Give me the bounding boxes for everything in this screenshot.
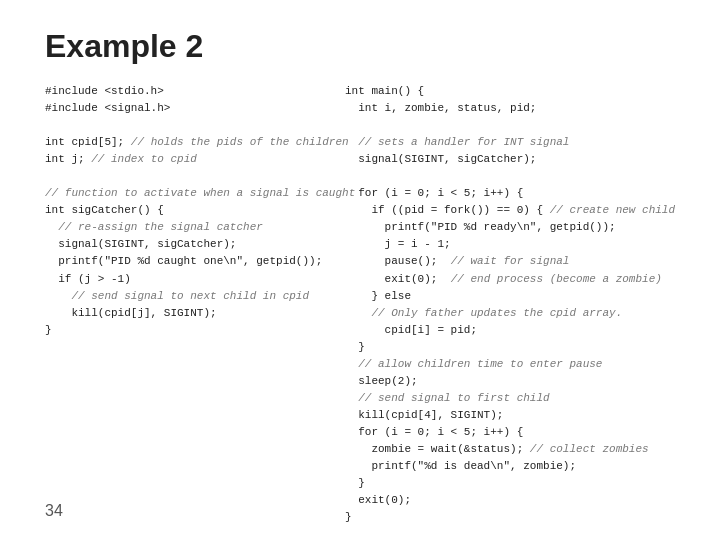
page-number: 34 bbox=[45, 502, 63, 520]
left-code-block: #include <stdio.h> #include <signal.h> i… bbox=[45, 83, 325, 339]
slide-title: Example 2 bbox=[0, 0, 720, 65]
left-code-panel: #include <stdio.h> #include <signal.h> i… bbox=[45, 83, 325, 526]
right-code-panel: int main() { int i, zombie, status, pid;… bbox=[345, 83, 690, 526]
right-code-block: int main() { int i, zombie, status, pid;… bbox=[345, 83, 690, 526]
